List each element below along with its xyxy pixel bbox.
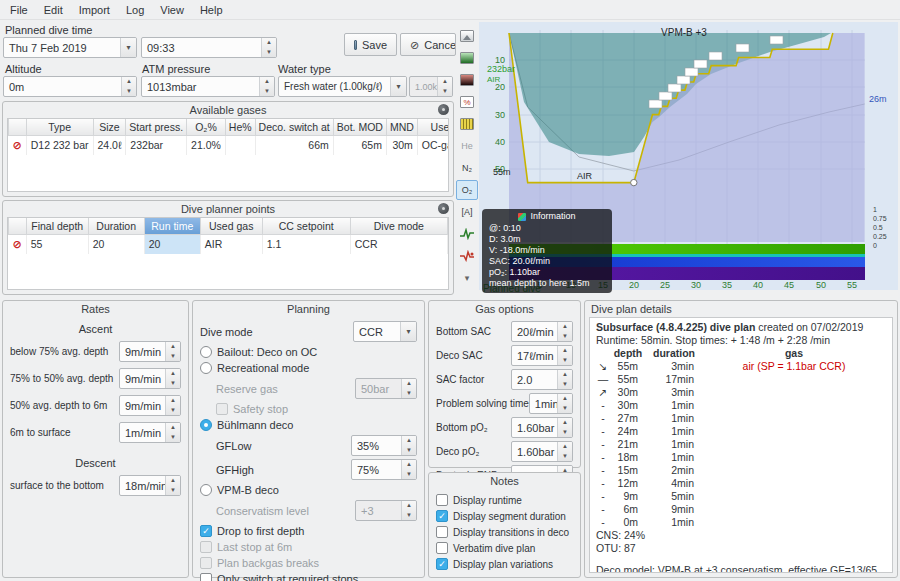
ascent-rate-spinner-surface[interactable]: 1m/min▲▼ bbox=[119, 422, 181, 443]
menu-view[interactable]: View bbox=[152, 2, 192, 18]
drop-to-first-depth-checkbox[interactable]: ✓Drop to first depth bbox=[200, 525, 417, 537]
ruler-button[interactable] bbox=[456, 114, 478, 134]
remove-gas-icon[interactable]: ⊘ bbox=[13, 139, 22, 151]
show-ceiling-button[interactable] bbox=[456, 48, 478, 68]
display-segment-duration-checkbox[interactable]: ✓Display segment duration bbox=[436, 510, 573, 522]
plan-segments-table: depth duration gas ↘55m3minair (SP = 1.1… bbox=[596, 347, 886, 529]
deco-po2-label: Deco pO₂ bbox=[436, 446, 479, 457]
deco-po2-spinner[interactable]: 1.60bar▲▼ bbox=[511, 441, 573, 462]
verbatim-dive-plan-checkbox[interactable]: Verbatim dive plan bbox=[436, 542, 573, 554]
configure-columns-icon[interactable] bbox=[438, 104, 449, 115]
atm-pressure-spinner[interactable]: 1013mbar▲▼ bbox=[141, 76, 275, 97]
vpmb-deco-radio[interactable]: VPM-B deco bbox=[200, 484, 417, 496]
gflow-spinner[interactable]: 35%▲▼ bbox=[351, 435, 417, 456]
deco-sac-spinner[interactable]: 17ℓ/min▲▼ bbox=[511, 345, 573, 366]
percentage-icon: % bbox=[460, 96, 474, 108]
rates-title: Rates bbox=[3, 301, 188, 316]
bottom-po2-spinner[interactable]: 1.60bar▲▼ bbox=[511, 417, 573, 438]
gfhigh-spinner[interactable]: 75%▲▼ bbox=[351, 459, 417, 480]
toggle-heartrate-button[interactable] bbox=[456, 224, 478, 244]
display-runtime-checkbox[interactable]: Display runtime bbox=[436, 494, 573, 506]
spin-arrows-icon[interactable]: ▲▼ bbox=[165, 342, 180, 361]
planner-point-row[interactable]: ⊘ 55 20 20 AIR 1.1 CCR bbox=[9, 235, 448, 254]
buhlmann-deco-radio[interactable]: Bühlmann deco bbox=[200, 419, 417, 431]
menu-file[interactable]: File bbox=[2, 2, 36, 18]
remove-point-icon[interactable]: ⊘ bbox=[13, 238, 22, 250]
water-type-combo[interactable]: Fresh water (1.00kg/ℓ)▾ bbox=[278, 76, 407, 97]
col-mod[interactable]: Bot. MOD bbox=[333, 119, 386, 136]
col-start[interactable]: Start press. bbox=[126, 119, 187, 136]
show-percentages-button[interactable]: % bbox=[456, 92, 478, 112]
ascent-rate-spinner-50[interactable]: 9m/min▲▼ bbox=[119, 368, 181, 389]
toggle-pO2-button[interactable]: O₂ bbox=[456, 180, 478, 200]
toggle-air-button[interactable]: [A] bbox=[456, 202, 478, 222]
col-type[interactable]: Type bbox=[26, 119, 93, 136]
spin-arrows-icon[interactable]: ▲▼ bbox=[401, 436, 416, 455]
col-switch[interactable]: Deco. switch at bbox=[255, 119, 333, 136]
menu-import[interactable]: Import bbox=[71, 2, 118, 18]
last-stop-6m-checkbox[interactable]: Last stop at 6m bbox=[200, 541, 417, 553]
col-o2[interactable]: O₂% bbox=[187, 119, 226, 136]
configure-columns-icon[interactable] bbox=[438, 203, 449, 214]
svg-text:0.25: 0.25 bbox=[873, 233, 887, 240]
toggle-pN2-button[interactable]: N₂ bbox=[456, 158, 478, 178]
dive-mode-combo[interactable]: CCR▾ bbox=[353, 321, 417, 342]
only-switch-required-checkbox[interactable]: Only switch at required stops bbox=[200, 573, 417, 581]
problem-time-spinner[interactable]: 1min▲▼ bbox=[529, 393, 573, 414]
spin-arrows-icon[interactable]: ▲▼ bbox=[165, 369, 180, 388]
spin-arrows-icon[interactable]: ▲▼ bbox=[557, 418, 572, 437]
tooltip-line: SAC: 20.0ℓ/min bbox=[489, 256, 605, 267]
spin-arrows-icon[interactable]: ▲▼ bbox=[165, 396, 180, 415]
toggle-pHe-button[interactable]: He bbox=[456, 136, 478, 156]
col-final-depth[interactable]: Final depth bbox=[26, 218, 88, 235]
gas-row[interactable]: ⊘ D12 232 bar 24.0ℓ 232bar 21.0% 66m 65m… bbox=[9, 136, 450, 155]
col-run-time[interactable]: Run time bbox=[144, 218, 200, 235]
spin-arrows-icon[interactable]: ▲▼ bbox=[165, 423, 180, 442]
profile-tooltip[interactable]: Information @: 0:10 D: 3.0m V: -18.0m/mi… bbox=[482, 209, 612, 293]
menu-log[interactable]: Log bbox=[118, 2, 152, 18]
dive-date-combo[interactable]: Thu 7 Feb 2019▾ bbox=[3, 37, 137, 58]
bottom-sac-spinner[interactable]: 20ℓ/min▲▼ bbox=[511, 321, 573, 342]
menu-edit[interactable]: Edit bbox=[36, 2, 71, 18]
show-tissues-button[interactable] bbox=[456, 70, 478, 90]
col-duration[interactable]: Duration bbox=[88, 218, 144, 235]
altitude-spinner[interactable]: 0m▲▼ bbox=[3, 76, 137, 97]
spin-arrows-icon[interactable]: ▲▼ bbox=[261, 38, 276, 57]
ascent-rate-spinner-6m[interactable]: 9m/min▲▼ bbox=[119, 395, 181, 416]
planner-point-handle[interactable] bbox=[631, 179, 637, 185]
col-cc-setpoint[interactable]: CC setpoint bbox=[262, 218, 350, 235]
recreational-mode-radio[interactable]: Recreational mode bbox=[200, 362, 417, 374]
col-he[interactable]: He% bbox=[225, 119, 255, 136]
display-plan-variations-checkbox[interactable]: ✓Display plan variations bbox=[436, 558, 573, 570]
menu-help[interactable]: Help bbox=[192, 2, 231, 18]
descent-rate-spinner[interactable]: 18m/min▲▼ bbox=[119, 475, 181, 496]
dive-time-spinner[interactable]: 09:33▲▼ bbox=[141, 37, 277, 58]
ascent-rate-spinner-75[interactable]: 9m/min▲▼ bbox=[119, 341, 181, 362]
toggle-dc-ceiling-button[interactable] bbox=[456, 246, 478, 266]
display-transitions-checkbox[interactable]: Display transitions in deco bbox=[436, 526, 573, 538]
save-button[interactable]: Save bbox=[344, 33, 397, 56]
show-photos-button[interactable] bbox=[456, 26, 478, 46]
spin-arrows-icon[interactable]: ▲▼ bbox=[557, 322, 572, 341]
spin-arrows-icon[interactable]: ▲▼ bbox=[557, 394, 572, 413]
col-size[interactable]: Size bbox=[93, 119, 126, 136]
pulse-green-icon bbox=[459, 228, 475, 240]
col-dive-mode[interactable]: Dive mode bbox=[350, 218, 447, 235]
spin-arrows-icon[interactable]: ▲▼ bbox=[121, 77, 136, 96]
col-used-gas[interactable]: Used gas bbox=[200, 218, 262, 235]
dive-plan-details-body[interactable]: Subsurface (4.8.4.225) dive plan created… bbox=[589, 317, 893, 573]
bailout-radio[interactable]: Bailout: Deco on OC bbox=[200, 346, 417, 358]
spin-arrows-icon[interactable]: ▲▼ bbox=[557, 346, 572, 365]
spin-arrows-icon[interactable]: ▲▼ bbox=[557, 370, 572, 389]
sac-factor-spinner[interactable]: 2.0▲▼ bbox=[511, 369, 573, 390]
col-use[interactable]: Use bbox=[417, 119, 449, 136]
plan-backgas-breaks-checkbox: Plan backgas breaks bbox=[200, 557, 417, 569]
cancel-button[interactable]: ⊘Cancel bbox=[400, 33, 456, 56]
col-mnd[interactable]: MND bbox=[386, 119, 417, 136]
spin-arrows-icon[interactable]: ▲▼ bbox=[165, 476, 180, 495]
toolbar-scroll-down-button[interactable]: ▾ bbox=[456, 268, 478, 288]
spin-arrows-icon[interactable]: ▲▼ bbox=[401, 460, 416, 479]
spin-arrows-icon[interactable]: ▲▼ bbox=[557, 442, 572, 461]
spin-arrows-icon[interactable]: ▲▼ bbox=[259, 77, 274, 96]
svg-text:50: 50 bbox=[816, 280, 826, 290]
